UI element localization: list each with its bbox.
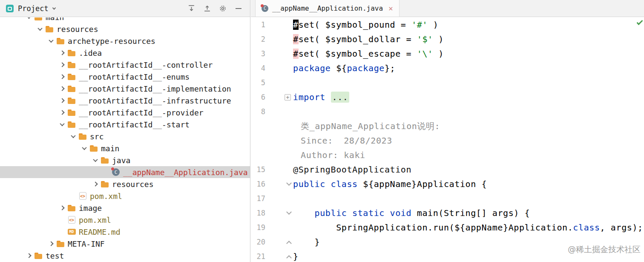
project-panel-title[interactable]: Project [18, 4, 49, 13]
chevron-right-icon[interactable] [57, 75, 67, 78]
chevron-glyph [60, 86, 64, 91]
gutter: 15 [251, 162, 293, 177]
tree-item-resources[interactable]: resources [0, 178, 250, 190]
collapse-all-icon[interactable] [201, 3, 213, 14]
fold-open-icon[interactable] [265, 182, 293, 186]
code-segment: '#' [411, 20, 428, 30]
fold-end-icon[interactable] [265, 255, 293, 259]
java-class-icon: C [262, 5, 268, 12]
code-editor[interactable]: 1#set( $symbol_pound = '#' )2#set( $symb… [251, 17, 644, 262]
chevron-right-icon[interactable] [57, 63, 67, 66]
editor-tab[interactable]: C __appName__Application.java × [255, 0, 400, 17]
chevron-down-icon[interactable] [79, 147, 89, 150]
folder-body [79, 135, 86, 140]
tree-item-rootartifactid-infrastructure[interactable]: __rootArtifactId__-infrastructure [0, 95, 250, 107]
chevron-glyph [49, 38, 53, 43]
code-text: #set( $symbol_escape = '\' ) [293, 49, 444, 59]
chevron-right-icon[interactable] [24, 254, 34, 257]
tree-item-rootartifactid-controller[interactable]: __rootArtifactId__-controller [0, 59, 250, 71]
chevron-right-icon[interactable] [57, 51, 67, 55]
xml-glyph: <> [68, 216, 75, 224]
code-text: import ... [293, 92, 349, 102]
tree-item-resources[interactable]: resources [0, 23, 250, 35]
tree-item-label: __appName__Application.java [123, 168, 248, 177]
gutter: 19 [251, 220, 293, 235]
hide-panel-icon[interactable] [233, 3, 244, 14]
close-tab-icon[interactable]: × [388, 4, 393, 13]
tree-item-label: main [46, 17, 64, 22]
tree-item-readme.md[interactable]: MDREADME.md [0, 226, 250, 238]
gutter: 20 [251, 235, 293, 249]
code-text: SpringApplication.run(${appName}Applicat… [293, 222, 643, 233]
tree-item-pom.xml[interactable]: <>pom.xml [0, 214, 250, 226]
tree-item-pom.xml[interactable]: <>pom.xml [0, 190, 250, 202]
code-segment: '\' [417, 49, 433, 59]
chevron-glyph [26, 253, 31, 258]
tree-item-main[interactable]: main [0, 142, 250, 154]
code-segment: # [293, 20, 299, 30]
tree-item-rootartifactid-start[interactable]: __rootArtifactId__-start [0, 118, 250, 130]
tree-item-main[interactable]: main [0, 17, 250, 23]
fold-chevron-down [286, 180, 292, 186]
tree-item-rootartifactid-provider[interactable]: __rootArtifactId__-provider [0, 107, 250, 118]
folder-body [68, 51, 75, 56]
folder-icon [67, 61, 76, 69]
code-line-6: 6+import ... [251, 90, 644, 104]
fold-end-icon[interactable] [265, 240, 293, 244]
chevron-right-icon[interactable] [46, 242, 56, 245]
code-segment: ) [433, 49, 444, 59]
line-number: 18 [251, 209, 265, 217]
code-segment: # [293, 49, 299, 59]
expand-all-icon[interactable] [186, 3, 197, 14]
code-segment: 类_appName_Application说明: [301, 121, 440, 131]
folder-body [68, 87, 75, 92]
code-segment: } [293, 237, 320, 247]
tree-item-appname-application.java[interactable]: C__appName__Application.java [0, 166, 250, 178]
settings-gear-icon[interactable] [217, 3, 228, 14]
chevron-right-icon[interactable] [57, 206, 67, 210]
code-line-4: 4package ${package}; [251, 61, 644, 75]
fold-open-icon[interactable] [265, 211, 293, 215]
tree-item-src[interactable]: src [0, 130, 250, 142]
chevron-down-icon[interactable] [24, 17, 34, 19]
tree-item-label: test [46, 251, 64, 260]
chevron-down-icon[interactable] [90, 158, 101, 162]
line-number: 2 [251, 35, 265, 43]
chevron-glyph [60, 98, 64, 103]
fold-plus-icon[interactable]: + [265, 94, 293, 101]
code-text: 类_appName_Application说明: [293, 121, 440, 132]
markdown-file-icon: MD [67, 228, 76, 236]
tree-item-image[interactable]: image [0, 202, 250, 214]
code-segment: # [293, 34, 299, 44]
tree-item-archetype-resources[interactable]: archetype-resources [0, 35, 250, 47]
code-line-3: 3#set( $symbol_escape = '\' ) [251, 46, 644, 61]
gutter [251, 119, 293, 133]
chevron-glyph [60, 121, 64, 126]
chevron-right-icon[interactable] [57, 111, 67, 114]
tree-item-java[interactable]: java [0, 154, 250, 166]
chevron-glyph [93, 181, 98, 186]
chevron-down-icon[interactable] [68, 135, 78, 138]
chevron-down-icon[interactable] [46, 39, 56, 43]
chevron-down-icon[interactable] [35, 27, 45, 31]
code-line-18: 18 public static void main(String[] args… [251, 206, 644, 220]
folder-body [90, 147, 98, 152]
code-segment: import [293, 92, 331, 102]
chevron-right-icon[interactable] [57, 99, 67, 102]
tree-item-test[interactable]: test [0, 250, 250, 262]
chevron-right-icon[interactable] [57, 87, 67, 90]
inspection-check-icon[interactable] [637, 20, 643, 23]
chevron-down-icon[interactable] [57, 123, 67, 126]
chevron-down-icon[interactable] [53, 7, 55, 10]
gutter: 2 [251, 32, 293, 46]
chevron-right-icon[interactable] [90, 182, 101, 186]
tree-item-.idea[interactable]: .idea [0, 47, 250, 59]
code-segment: } [293, 251, 299, 262]
tree-item-meta-inf[interactable]: META-INF [0, 238, 250, 250]
folder-body [101, 182, 109, 187]
tree-item-rootartifactid-implementation[interactable]: __rootArtifactId__-implementation [0, 83, 250, 95]
tree-item-rootartifactid-enums[interactable]: __rootArtifactId__-enums [0, 71, 250, 83]
gutter: 8 [251, 104, 293, 119]
project-icon[interactable] [6, 5, 14, 12]
project-tree[interactable]: mainresourcesarchetype-resources.idea__r… [0, 17, 250, 262]
